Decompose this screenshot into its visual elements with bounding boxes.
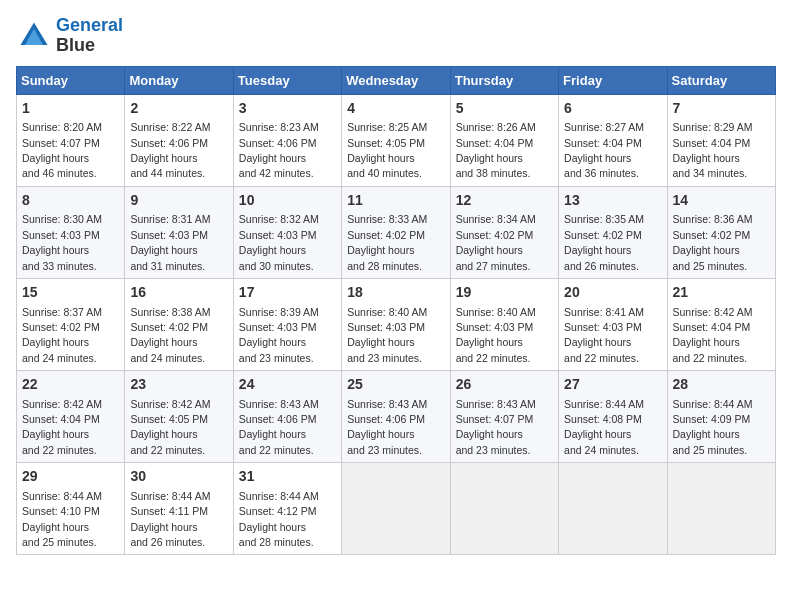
day-info: Sunrise: 8:44 AMSunset: 4:11 PMDaylight … <box>130 490 210 548</box>
day-info: Sunrise: 8:43 AMSunset: 4:06 PMDaylight … <box>347 398 427 456</box>
day-info: Sunrise: 8:37 AMSunset: 4:02 PMDaylight … <box>22 306 102 364</box>
day-number: 27 <box>564 375 661 395</box>
day-info: Sunrise: 8:31 AMSunset: 4:03 PMDaylight … <box>130 213 210 271</box>
day-cell: 24Sunrise: 8:43 AMSunset: 4:06 PMDayligh… <box>233 371 341 463</box>
day-number: 29 <box>22 467 119 487</box>
weekday-header-row: SundayMondayTuesdayWednesdayThursdayFrid… <box>17 66 776 94</box>
day-cell: 16Sunrise: 8:38 AMSunset: 4:02 PMDayligh… <box>125 278 233 370</box>
day-cell: 25Sunrise: 8:43 AMSunset: 4:06 PMDayligh… <box>342 371 450 463</box>
logo: General Blue <box>16 16 123 56</box>
day-number: 26 <box>456 375 553 395</box>
day-cell: 29Sunrise: 8:44 AMSunset: 4:10 PMDayligh… <box>17 463 125 555</box>
day-cell: 18Sunrise: 8:40 AMSunset: 4:03 PMDayligh… <box>342 278 450 370</box>
day-info: Sunrise: 8:44 AMSunset: 4:12 PMDaylight … <box>239 490 319 548</box>
day-info: Sunrise: 8:25 AMSunset: 4:05 PMDaylight … <box>347 121 427 179</box>
day-number: 17 <box>239 283 336 303</box>
day-cell: 12Sunrise: 8:34 AMSunset: 4:02 PMDayligh… <box>450 186 558 278</box>
day-info: Sunrise: 8:38 AMSunset: 4:02 PMDaylight … <box>130 306 210 364</box>
logo-icon <box>16 18 52 54</box>
weekday-tuesday: Tuesday <box>233 66 341 94</box>
calendar-body: 1Sunrise: 8:20 AMSunset: 4:07 PMDaylight… <box>17 94 776 555</box>
day-cell: 10Sunrise: 8:32 AMSunset: 4:03 PMDayligh… <box>233 186 341 278</box>
day-cell: 9Sunrise: 8:31 AMSunset: 4:03 PMDaylight… <box>125 186 233 278</box>
weekday-saturday: Saturday <box>667 66 775 94</box>
day-number: 2 <box>130 99 227 119</box>
day-cell: 13Sunrise: 8:35 AMSunset: 4:02 PMDayligh… <box>559 186 667 278</box>
calendar-table: SundayMondayTuesdayWednesdayThursdayFrid… <box>16 66 776 556</box>
week-row-2: 8Sunrise: 8:30 AMSunset: 4:03 PMDaylight… <box>17 186 776 278</box>
day-number: 14 <box>673 191 770 211</box>
day-info: Sunrise: 8:40 AMSunset: 4:03 PMDaylight … <box>347 306 427 364</box>
day-number: 6 <box>564 99 661 119</box>
day-info: Sunrise: 8:26 AMSunset: 4:04 PMDaylight … <box>456 121 536 179</box>
day-number: 19 <box>456 283 553 303</box>
day-cell: 11Sunrise: 8:33 AMSunset: 4:02 PMDayligh… <box>342 186 450 278</box>
weekday-monday: Monday <box>125 66 233 94</box>
day-cell <box>450 463 558 555</box>
day-info: Sunrise: 8:22 AMSunset: 4:06 PMDaylight … <box>130 121 210 179</box>
weekday-sunday: Sunday <box>17 66 125 94</box>
day-cell: 27Sunrise: 8:44 AMSunset: 4:08 PMDayligh… <box>559 371 667 463</box>
day-cell <box>667 463 775 555</box>
day-cell: 3Sunrise: 8:23 AMSunset: 4:06 PMDaylight… <box>233 94 341 186</box>
day-info: Sunrise: 8:43 AMSunset: 4:07 PMDaylight … <box>456 398 536 456</box>
day-info: Sunrise: 8:36 AMSunset: 4:02 PMDaylight … <box>673 213 753 271</box>
day-number: 11 <box>347 191 444 211</box>
day-number: 7 <box>673 99 770 119</box>
day-cell: 28Sunrise: 8:44 AMSunset: 4:09 PMDayligh… <box>667 371 775 463</box>
day-info: Sunrise: 8:40 AMSunset: 4:03 PMDaylight … <box>456 306 536 364</box>
day-cell: 8Sunrise: 8:30 AMSunset: 4:03 PMDaylight… <box>17 186 125 278</box>
day-info: Sunrise: 8:42 AMSunset: 4:05 PMDaylight … <box>130 398 210 456</box>
day-cell: 6Sunrise: 8:27 AMSunset: 4:04 PMDaylight… <box>559 94 667 186</box>
day-number: 31 <box>239 467 336 487</box>
day-cell: 2Sunrise: 8:22 AMSunset: 4:06 PMDaylight… <box>125 94 233 186</box>
day-cell: 5Sunrise: 8:26 AMSunset: 4:04 PMDaylight… <box>450 94 558 186</box>
page-header: General Blue <box>16 16 776 56</box>
weekday-friday: Friday <box>559 66 667 94</box>
day-number: 3 <box>239 99 336 119</box>
day-info: Sunrise: 8:42 AMSunset: 4:04 PMDaylight … <box>673 306 753 364</box>
day-number: 20 <box>564 283 661 303</box>
day-number: 18 <box>347 283 444 303</box>
day-number: 28 <box>673 375 770 395</box>
day-info: Sunrise: 8:20 AMSunset: 4:07 PMDaylight … <box>22 121 102 179</box>
weekday-wednesday: Wednesday <box>342 66 450 94</box>
day-info: Sunrise: 8:32 AMSunset: 4:03 PMDaylight … <box>239 213 319 271</box>
day-cell <box>559 463 667 555</box>
day-cell: 21Sunrise: 8:42 AMSunset: 4:04 PMDayligh… <box>667 278 775 370</box>
day-info: Sunrise: 8:39 AMSunset: 4:03 PMDaylight … <box>239 306 319 364</box>
day-number: 24 <box>239 375 336 395</box>
day-number: 1 <box>22 99 119 119</box>
day-cell: 26Sunrise: 8:43 AMSunset: 4:07 PMDayligh… <box>450 371 558 463</box>
day-number: 5 <box>456 99 553 119</box>
day-number: 25 <box>347 375 444 395</box>
day-number: 21 <box>673 283 770 303</box>
day-info: Sunrise: 8:41 AMSunset: 4:03 PMDaylight … <box>564 306 644 364</box>
day-info: Sunrise: 8:23 AMSunset: 4:06 PMDaylight … <box>239 121 319 179</box>
day-number: 12 <box>456 191 553 211</box>
day-number: 8 <box>22 191 119 211</box>
day-cell: 20Sunrise: 8:41 AMSunset: 4:03 PMDayligh… <box>559 278 667 370</box>
week-row-3: 15Sunrise: 8:37 AMSunset: 4:02 PMDayligh… <box>17 278 776 370</box>
week-row-4: 22Sunrise: 8:42 AMSunset: 4:04 PMDayligh… <box>17 371 776 463</box>
day-info: Sunrise: 8:33 AMSunset: 4:02 PMDaylight … <box>347 213 427 271</box>
day-info: Sunrise: 8:35 AMSunset: 4:02 PMDaylight … <box>564 213 644 271</box>
day-cell: 4Sunrise: 8:25 AMSunset: 4:05 PMDaylight… <box>342 94 450 186</box>
day-info: Sunrise: 8:30 AMSunset: 4:03 PMDaylight … <box>22 213 102 271</box>
day-cell <box>342 463 450 555</box>
day-info: Sunrise: 8:42 AMSunset: 4:04 PMDaylight … <box>22 398 102 456</box>
day-cell: 1Sunrise: 8:20 AMSunset: 4:07 PMDaylight… <box>17 94 125 186</box>
day-info: Sunrise: 8:43 AMSunset: 4:06 PMDaylight … <box>239 398 319 456</box>
day-cell: 15Sunrise: 8:37 AMSunset: 4:02 PMDayligh… <box>17 278 125 370</box>
day-cell: 7Sunrise: 8:29 AMSunset: 4:04 PMDaylight… <box>667 94 775 186</box>
day-number: 9 <box>130 191 227 211</box>
day-cell: 14Sunrise: 8:36 AMSunset: 4:02 PMDayligh… <box>667 186 775 278</box>
day-number: 4 <box>347 99 444 119</box>
day-cell: 19Sunrise: 8:40 AMSunset: 4:03 PMDayligh… <box>450 278 558 370</box>
weekday-thursday: Thursday <box>450 66 558 94</box>
logo-text: General Blue <box>56 16 123 56</box>
day-number: 30 <box>130 467 227 487</box>
day-number: 13 <box>564 191 661 211</box>
day-number: 16 <box>130 283 227 303</box>
day-number: 22 <box>22 375 119 395</box>
